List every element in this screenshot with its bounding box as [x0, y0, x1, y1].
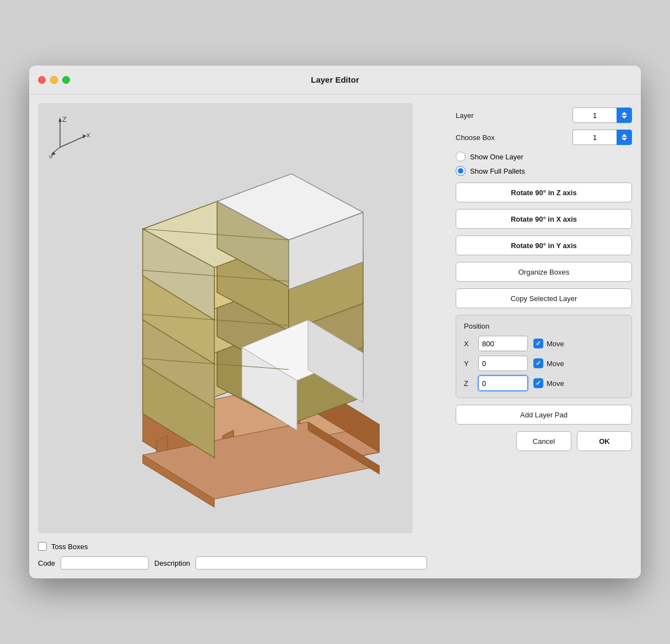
- x-move-group: Move: [533, 339, 564, 348]
- z-move-checkbox[interactable]: [533, 378, 543, 388]
- layer-spinner: [572, 108, 632, 123]
- svg-text:x: x: [87, 131, 90, 139]
- titlebar: Layer Editor: [29, 66, 641, 94]
- bottom-controls: Toss Boxes Code Description: [38, 542, 445, 570]
- z-position-input[interactable]: [478, 375, 528, 391]
- show-full-pallets-radio[interactable]: [456, 166, 466, 176]
- svg-marker-4: [83, 135, 87, 138]
- z-axis-label: Z: [464, 379, 473, 388]
- layer-label: Layer: [456, 111, 474, 120]
- copy-selected-layer-button[interactable]: Copy Selected Layer: [456, 288, 632, 308]
- ok-button[interactable]: OK: [577, 431, 632, 451]
- dialog-buttons: Cancel OK: [456, 431, 632, 451]
- y-axis-label: Y: [464, 359, 473, 368]
- svg-marker-1: [58, 117, 62, 122]
- position-title: Position: [464, 322, 624, 330]
- cancel-button[interactable]: Cancel: [516, 431, 571, 451]
- show-full-pallets-label: Show Full Pallets: [470, 167, 525, 175]
- toss-boxes-label: Toss Boxes: [51, 543, 88, 551]
- view-mode-radio-group: Show One Layer Show Full Pallets: [456, 152, 632, 176]
- y-position-input[interactable]: [478, 356, 528, 371]
- content-area: Z x y: [29, 94, 641, 578]
- code-input[interactable]: [61, 556, 149, 570]
- show-one-layer-radio[interactable]: [456, 152, 466, 162]
- x-position-input[interactable]: [478, 336, 528, 351]
- choose-box-down-arrow: [622, 138, 627, 141]
- description-label: Description: [154, 559, 190, 567]
- left-panel: Z x y: [38, 103, 445, 570]
- z-move-group: Move: [533, 378, 564, 388]
- show-one-layer-label: Show One Layer: [470, 153, 523, 161]
- description-input[interactable]: [196, 556, 427, 570]
- layer-field-row: Layer: [456, 108, 632, 123]
- choose-box-up-arrow: [622, 134, 627, 137]
- z-position-row: Z Move: [464, 375, 624, 391]
- rotate-y-button[interactable]: Rotate 90° in Y axis: [456, 235, 632, 255]
- layer-spinner-button[interactable]: [617, 108, 632, 123]
- code-label: Code: [38, 559, 55, 567]
- close-button[interactable]: [38, 76, 46, 84]
- toss-boxes-checkbox[interactable]: [38, 542, 47, 551]
- rotate-z-button[interactable]: Rotate 90° in Z axis: [456, 183, 632, 202]
- traffic-lights: [38, 76, 70, 84]
- main-window: Layer Editor Z x: [29, 66, 641, 578]
- maximize-button[interactable]: [62, 76, 70, 84]
- toss-row: Toss Boxes: [38, 542, 445, 551]
- svg-text:y: y: [49, 153, 53, 158]
- layer-input[interactable]: [572, 108, 617, 123]
- organize-boxes-button[interactable]: Organize Boxes: [456, 262, 632, 282]
- show-full-pallets-row[interactable]: Show Full Pallets: [456, 166, 632, 176]
- show-one-layer-row[interactable]: Show One Layer: [456, 152, 632, 162]
- choose-box-spinner-button[interactable]: [617, 130, 632, 145]
- x-axis-label: X: [464, 340, 473, 348]
- code-row: Code Description: [38, 556, 445, 570]
- y-move-group: Move: [533, 358, 564, 368]
- pallet-illustration: [71, 143, 380, 507]
- svg-text:Z: Z: [62, 115, 67, 124]
- y-move-label: Move: [547, 359, 564, 368]
- choose-box-input[interactable]: [572, 130, 617, 145]
- rotate-x-button[interactable]: Rotate 90° in X axis: [456, 209, 632, 229]
- x-position-row: X Move: [464, 336, 624, 351]
- x-move-checkbox[interactable]: [533, 339, 543, 348]
- x-move-label: Move: [547, 340, 564, 348]
- right-panel: Layer Choose Box: [456, 103, 632, 570]
- position-section: Position X Move Y Move: [456, 315, 632, 398]
- minimize-button[interactable]: [50, 76, 58, 84]
- z-move-label: Move: [547, 379, 564, 388]
- layer-up-arrow: [622, 112, 627, 115]
- y-move-checkbox[interactable]: [533, 358, 543, 368]
- choose-box-spinner: [572, 130, 632, 145]
- add-layer-pad-button[interactable]: Add Layer Pad: [456, 405, 632, 425]
- window-title: Layer Editor: [311, 75, 359, 84]
- canvas-area: Z x y: [38, 103, 413, 533]
- y-position-row: Y Move: [464, 356, 624, 371]
- layer-down-arrow: [622, 116, 627, 119]
- choose-box-label: Choose Box: [456, 133, 495, 142]
- choose-box-field-row: Choose Box: [456, 130, 632, 145]
